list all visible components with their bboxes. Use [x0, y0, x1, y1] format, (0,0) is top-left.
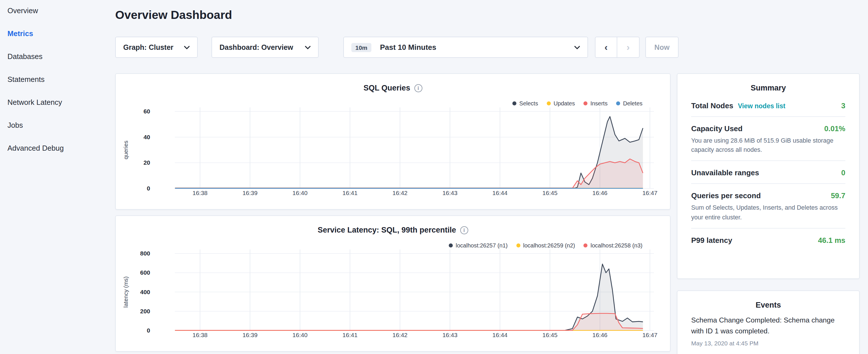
- chevron-down-icon: [574, 45, 580, 49]
- svg-text:0: 0: [147, 185, 150, 192]
- svg-text:16:41: 16:41: [342, 332, 358, 338]
- svg-text:16:45: 16:45: [542, 332, 558, 338]
- view-nodes-list-link[interactable]: View nodes list: [738, 102, 785, 109]
- svg-text:400: 400: [140, 289, 150, 295]
- chevron-down-icon: [184, 45, 190, 49]
- summary-value: 59.7: [831, 192, 845, 200]
- event-message: Schema Change Completed: Schema change w…: [691, 315, 845, 337]
- service-latency-panel: Service Latency: SQL, 99th percentile i …: [115, 215, 671, 352]
- svg-text:16:42: 16:42: [392, 190, 407, 196]
- legend-item: localhost:26258 (n3): [584, 242, 643, 249]
- legend-dot: [547, 101, 551, 105]
- sidebar-item-jobs[interactable]: Jobs: [7, 114, 105, 137]
- legend-dot: [513, 101, 517, 105]
- info-icon[interactable]: i: [414, 84, 423, 92]
- sql-queries-chart[interactable]: 020406016:3816:3916:4016:4116:4216:4316:…: [116, 74, 670, 209]
- svg-text:16:46: 16:46: [592, 332, 608, 338]
- time-range-selector[interactable]: 10m Past 10 Minutes: [343, 37, 588, 58]
- legend-dot: [584, 101, 587, 105]
- summary-title: Summary: [677, 74, 859, 94]
- summary-description: You are using 28.6 MiB of 515.9 GiB usab…: [691, 136, 845, 154]
- svg-text:16:43: 16:43: [442, 332, 458, 338]
- svg-text:16:40: 16:40: [292, 190, 308, 196]
- time-pager: ‹ ›: [595, 37, 640, 58]
- sidebar-item-databases[interactable]: Databases: [7, 45, 105, 68]
- now-button[interactable]: Now: [645, 37, 679, 58]
- summary-label: Capacity Used: [691, 124, 743, 133]
- chevron-down-icon: [305, 45, 311, 49]
- legend-dot: [449, 244, 453, 248]
- summary-label: Queries per second: [691, 192, 761, 200]
- chevron-left-icon: ‹: [604, 41, 608, 53]
- sidebar-item-metrics[interactable]: Metrics: [7, 22, 105, 45]
- svg-text:40: 40: [144, 134, 150, 140]
- chevron-right-icon: ›: [626, 41, 629, 53]
- chart-legend: localhost:26257 (n1) localhost:26259 (n2…: [449, 242, 643, 249]
- graph-dropdown-label: Graph: Cluster: [123, 43, 174, 51]
- time-back-button[interactable]: ‹: [595, 37, 617, 58]
- summary-row-capacity-used: Capacity Used 0.01% You are using 28.6 M…: [691, 117, 845, 161]
- service-latency-chart[interactable]: 020040060080016:3816:3916:4016:4116:4216…: [116, 216, 670, 351]
- legend-dot: [616, 101, 620, 105]
- chart-title: Service Latency: SQL, 99th percentile: [317, 226, 456, 234]
- svg-text:16:40: 16:40: [292, 332, 308, 338]
- summary-label: Unavailable ranges: [691, 169, 759, 177]
- sidebar-item-overview[interactable]: Overview: [7, 0, 105, 22]
- summary-description: Sum of Selects, Updates, Inserts, and De…: [691, 203, 845, 222]
- summary-row-queries-per-second: Queries per second 59.7 Sum of Selects, …: [691, 184, 845, 229]
- sidebar-item-statements[interactable]: Statements: [7, 68, 105, 91]
- svg-text:16:39: 16:39: [242, 190, 258, 196]
- summary-value: 0: [841, 169, 845, 177]
- summary-value: 46.1 ms: [818, 236, 845, 245]
- svg-text:queries: queries: [123, 141, 129, 160]
- legend-item: Selects: [513, 100, 538, 106]
- summary-panel: Summary Total Nodes View nodes list 3 Ca…: [677, 73, 860, 279]
- time-range-label: Past 10 Minutes: [380, 43, 436, 52]
- svg-text:16:47: 16:47: [643, 332, 658, 338]
- svg-text:latency (ms): latency (ms): [123, 277, 129, 308]
- events-panel: Events Schema Change Completed: Schema c…: [677, 290, 860, 354]
- svg-text:20: 20: [144, 159, 150, 166]
- sidebar: Overview Metrics Databases Statements Ne…: [7, 0, 105, 160]
- legend-item: Updates: [547, 100, 575, 106]
- sql-queries-panel: SQL Queries i Selects Updates Inserts De…: [115, 73, 671, 210]
- svg-text:16:44: 16:44: [492, 190, 507, 196]
- legend-item: Inserts: [584, 100, 608, 106]
- svg-text:16:43: 16:43: [442, 190, 458, 196]
- legend-dot: [584, 244, 588, 248]
- svg-text:16:39: 16:39: [242, 332, 258, 338]
- svg-text:16:38: 16:38: [192, 190, 208, 196]
- svg-text:16:41: 16:41: [342, 190, 358, 196]
- graph-dropdown[interactable]: Graph: Cluster: [115, 37, 198, 58]
- legend-dot: [517, 244, 520, 248]
- summary-value: 3: [841, 101, 845, 110]
- svg-text:0: 0: [147, 327, 150, 334]
- summary-label: P99 latency: [691, 236, 732, 245]
- svg-text:60: 60: [144, 108, 150, 115]
- summary-row-total-nodes: Total Nodes View nodes list 3: [691, 94, 845, 117]
- svg-text:16:42: 16:42: [392, 332, 407, 338]
- chart-legend: Selects Updates Inserts Deletes: [513, 100, 643, 106]
- db-console: Overview Metrics Databases Statements Ne…: [0, 0, 868, 354]
- legend-item: localhost:26259 (n2): [517, 242, 575, 249]
- time-forward-button[interactable]: ›: [617, 37, 640, 58]
- summary-row-unavailable-ranges: Unavailable ranges 0: [691, 161, 845, 184]
- legend-item: localhost:26257 (n1): [449, 242, 507, 249]
- svg-text:16:38: 16:38: [192, 332, 208, 338]
- dashboard-dropdown[interactable]: Dashboard: Overview: [212, 37, 319, 58]
- time-range-badge: 10m: [351, 43, 371, 52]
- svg-text:200: 200: [140, 308, 150, 315]
- event-timestamp: May 13, 2020 at 4:45 PM: [691, 340, 845, 347]
- summary-value: 0.01%: [824, 124, 845, 133]
- summary-label: Total Nodes: [691, 101, 733, 110]
- page-title: Overview Dashboard: [115, 8, 232, 22]
- legend-item: Deletes: [616, 100, 643, 106]
- info-icon[interactable]: i: [460, 226, 468, 234]
- sidebar-item-advanced-debug[interactable]: Advanced Debug: [7, 137, 105, 160]
- events-title: Events: [677, 291, 859, 311]
- summary-row-p99-latency: P99 latency 46.1 ms: [691, 229, 845, 251]
- sidebar-item-network-latency[interactable]: Network Latency: [7, 91, 105, 114]
- svg-text:16:47: 16:47: [643, 190, 658, 196]
- svg-text:600: 600: [140, 269, 150, 276]
- svg-text:16:46: 16:46: [592, 190, 608, 196]
